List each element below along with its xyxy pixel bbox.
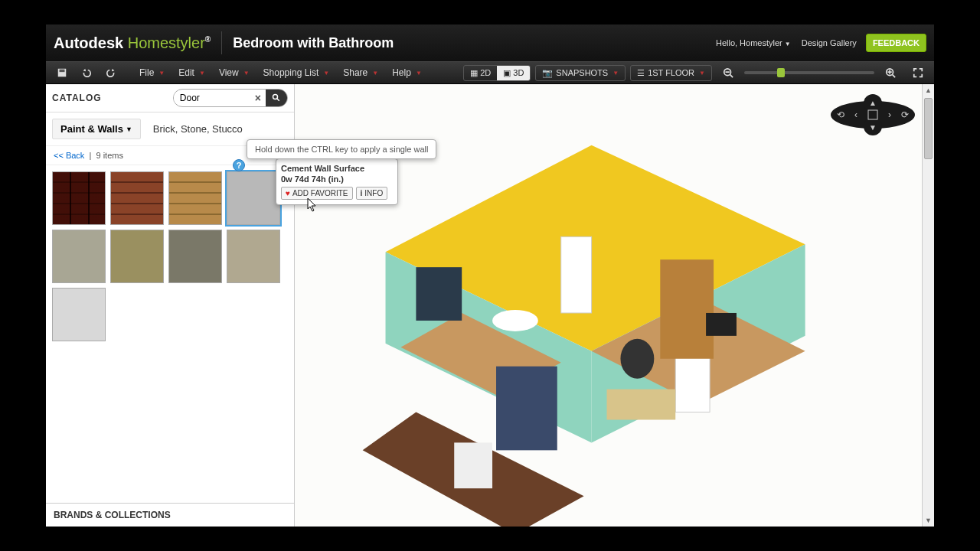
svg-text:⟲: ⟲ xyxy=(837,109,844,120)
material-popover: Cement Wall Surface 0w 74d 74h (in.) ♥AD… xyxy=(276,158,398,205)
swatch-brick-tan[interactable] xyxy=(168,171,222,225)
svg-text:‹: ‹ xyxy=(854,109,858,120)
brand-logo: Autodesk Homestyler® xyxy=(54,34,211,52)
search-input[interactable] xyxy=(174,93,250,103)
svg-rect-25 xyxy=(706,313,737,336)
cursor-icon xyxy=(305,197,318,217)
info-button[interactable]: iINFO xyxy=(356,187,388,200)
view-toggle: ▦2D ▣3D xyxy=(463,65,531,81)
svg-rect-27 xyxy=(454,442,492,488)
swatch-stone-3[interactable] xyxy=(168,230,222,283)
material-grid xyxy=(46,165,294,347)
view-3d-button[interactable]: ▣3D xyxy=(497,66,530,80)
popover-title: Cement Wall Surface xyxy=(281,164,393,173)
project-title: Bedroom with Bathroom xyxy=(233,35,394,51)
search-box: × xyxy=(173,89,288,107)
snapshots-button[interactable]: 📷SNAPSHOTS▼ xyxy=(535,65,626,81)
main-body: CATALOG × Paint & Walls▼ Brick, Stone, S… xyxy=(46,84,934,527)
app-window: Autodesk Homestyler® Bedroom with Bathro… xyxy=(46,24,934,527)
scroll-thumb[interactable] xyxy=(924,98,933,159)
feedback-button[interactable]: FEEDBACK xyxy=(866,34,926,52)
swatch-stone-1[interactable] xyxy=(52,230,106,283)
swatch-stone-4[interactable] xyxy=(227,230,280,283)
svg-line-10 xyxy=(277,99,279,101)
layers-icon: ☰ xyxy=(637,68,645,78)
search-clear-button[interactable]: × xyxy=(250,92,266,104)
camera-icon: 📷 xyxy=(542,68,553,78)
swatch-cement[interactable] xyxy=(227,171,280,225)
header-divider xyxy=(221,31,222,54)
brand-autodesk: Autodesk xyxy=(54,34,123,51)
svg-point-26 xyxy=(620,339,654,379)
help-icon[interactable]: ? xyxy=(233,159,245,171)
svg-text:▲: ▲ xyxy=(869,99,877,107)
back-link[interactable]: << Back xyxy=(54,151,84,160)
user-menu[interactable]: Hello, Homestyler ▼ xyxy=(716,38,791,47)
brand-homestyler: Homestyler xyxy=(123,34,205,51)
catalog-header: CATALOG × xyxy=(46,84,294,112)
swatch-brick-dark[interactable] xyxy=(110,171,164,225)
zoom-slider[interactable] xyxy=(744,71,874,74)
floor-selector[interactable]: ☰1ST FLOOR▼ xyxy=(630,65,712,81)
cube-icon: ▣ xyxy=(503,68,511,78)
header-bar: Autodesk Homestyler® Bedroom with Bathro… xyxy=(46,24,934,61)
grid-icon: ▦ xyxy=(470,68,478,78)
menu-shopping[interactable]: Shopping List▼ xyxy=(257,64,336,81)
svg-line-3 xyxy=(730,75,733,78)
fullscreen-button[interactable] xyxy=(906,64,929,81)
brands-section[interactable]: BRANDS & COLLECTIONS xyxy=(46,503,294,527)
catalog-title: CATALOG xyxy=(52,93,102,103)
svg-point-9 xyxy=(273,95,278,99)
svg-rect-1 xyxy=(60,70,65,73)
heart-icon: ♥ xyxy=(286,189,290,197)
view-2d-button[interactable]: ▦2D xyxy=(464,66,497,80)
menu-file[interactable]: File▼ xyxy=(133,64,171,81)
orbit-control[interactable]: ▲ ▼ ⟲ ‹ › ⟳ xyxy=(827,92,919,138)
popover-dimensions: 0w 74d 74h (in.) xyxy=(281,174,393,184)
hint-text: Hold down the CTRL key to apply a single… xyxy=(247,140,436,158)
menu-help[interactable]: Help▼ xyxy=(386,64,428,81)
zoom-in-button[interactable] xyxy=(879,64,902,81)
swatch-brick-red[interactable] xyxy=(52,171,106,225)
zoom-thumb[interactable] xyxy=(777,68,785,77)
toolbar: File▼ Edit▼ View▼ Shopping List▼ Share▼ … xyxy=(46,61,934,84)
svg-text:›: › xyxy=(888,109,891,120)
svg-text:⟳: ⟳ xyxy=(901,109,909,120)
zoom-out-button[interactable] xyxy=(717,64,740,81)
swatch-stucco-white[interactable] xyxy=(52,288,106,341)
svg-rect-19 xyxy=(496,367,557,451)
vertical-scrollbar[interactable]: ▲ ▼ xyxy=(922,84,934,527)
svg-rect-22 xyxy=(660,259,714,359)
scroll-up-button[interactable]: ▲ xyxy=(923,84,934,96)
svg-text:▼: ▼ xyxy=(869,123,877,132)
swatch-stone-2[interactable] xyxy=(110,230,164,283)
scroll-down-button[interactable]: ▼ xyxy=(923,514,934,527)
svg-point-23 xyxy=(492,310,538,331)
breadcrumb-root[interactable]: Paint & Walls▼ xyxy=(52,119,141,139)
svg-rect-18 xyxy=(416,267,462,321)
save-button[interactable] xyxy=(51,64,74,81)
breadcrumb-current: Brick, Stone, Stucco xyxy=(153,123,243,135)
search-button[interactable] xyxy=(266,89,287,107)
svg-rect-24 xyxy=(607,390,676,420)
hint-tooltip: Hold down the CTRL key to apply a single… xyxy=(247,139,436,159)
registered-mark: ® xyxy=(205,35,211,44)
zoom-controls xyxy=(717,64,929,81)
design-gallery-link[interactable]: Design Gallery xyxy=(802,38,857,47)
menu-edit[interactable]: Edit▼ xyxy=(172,64,211,81)
menu-view[interactable]: View▼ xyxy=(213,64,256,81)
redo-button[interactable] xyxy=(100,64,122,81)
svg-rect-21 xyxy=(561,236,592,313)
info-icon: i xyxy=(361,189,363,197)
item-count: 9 items xyxy=(96,151,122,160)
menu-share[interactable]: Share▼ xyxy=(337,64,384,81)
undo-button[interactable] xyxy=(75,64,98,81)
svg-line-6 xyxy=(893,75,896,78)
